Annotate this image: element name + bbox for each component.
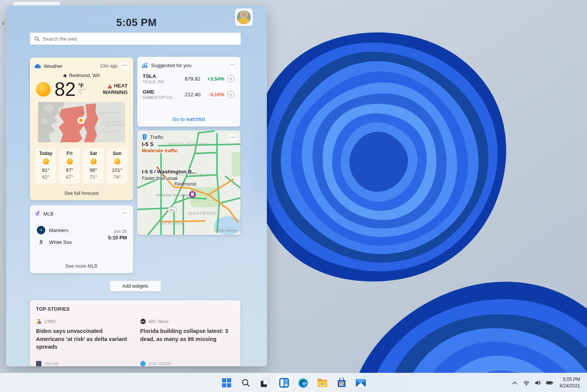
weather-widget[interactable]: Weather 10m ago Redmond, WA 82 °F °C xyxy=(30,58,133,200)
mariners-logo: ✦ xyxy=(37,226,45,234)
forecast-day-label: Sun xyxy=(107,151,128,156)
microsoft-store-button[interactable] xyxy=(334,375,349,390)
team-name: Mariners xyxy=(49,227,69,233)
start-button[interactable] xyxy=(219,375,234,390)
tray-chevron-up[interactable] xyxy=(510,378,520,388)
weather-updated: 10m ago xyxy=(100,63,118,69)
go-to-watchlist-link[interactable]: Go to watchlist xyxy=(137,116,240,122)
stock-symbol: TSLA xyxy=(143,73,179,79)
widgets-panel: 5:05 PM Weather 10m ago Redmond, WA xyxy=(6,5,267,366)
game-time: 5:10 PM xyxy=(108,235,127,240)
traffic-overlay: Traffic I-5 S Moderate traffic I-5 S / W… xyxy=(137,130,240,235)
top-stories-heading: TOP STORIES xyxy=(30,300,240,312)
stock-change: -3.16% xyxy=(201,92,224,97)
forecast-high: 101° xyxy=(107,167,128,173)
file-explorer-button[interactable] xyxy=(315,375,330,390)
weather-location-row: Redmond, WA xyxy=(30,73,133,78)
weather-title: Weather xyxy=(44,63,62,69)
add-to-watchlist-button[interactable]: + xyxy=(227,75,234,82)
abc-news-logo: abc xyxy=(140,319,146,324)
wifi-icon xyxy=(523,380,529,385)
game-date: Jun 25 xyxy=(108,229,127,234)
edge-button[interactable] xyxy=(296,375,311,390)
forecast-day-0[interactable]: Today 81° 62° xyxy=(35,148,57,184)
unit-divider xyxy=(78,89,86,90)
weather-location: Redmond, WA xyxy=(69,73,100,78)
forecast-low: 74° xyxy=(107,174,128,180)
unit-fahrenheit[interactable]: °F xyxy=(78,82,84,89)
stock-symbol: GME xyxy=(143,89,179,95)
news-feed: TOP STORIES CNBC Biden says unvaccinated… xyxy=(30,300,240,366)
stocks-chart-icon xyxy=(142,63,148,68)
stock-row-gme[interactable]: GME GAMESTOP CO... 212.40 -3.16% + xyxy=(137,86,240,101)
tray-clock[interactable]: 5:05 PM 6/24/2021 xyxy=(556,375,583,391)
windows-logo-icon xyxy=(222,378,232,388)
team-name: White Sox xyxy=(49,239,72,245)
forecast-day-label: Sat xyxy=(83,151,104,156)
task-view-button[interactable] xyxy=(257,375,273,390)
forecast-day-3[interactable]: Sun 101° 74° xyxy=(106,148,128,184)
forecast-high: 87° xyxy=(59,167,80,173)
forecast-day-2[interactable]: Sat 96° 71° xyxy=(82,148,104,184)
mail-button[interactable] xyxy=(353,375,368,390)
mlb-game-row[interactable]: ✦ Mariners S White Sox Jun 25 5:10 PM xyxy=(30,218,133,246)
unit-celsius[interactable]: °C xyxy=(78,91,82,95)
forecast-high: 96° xyxy=(83,167,104,173)
desktop: { "colors": { "accent_blue": "#0b66c3", … xyxy=(0,0,587,392)
search-button[interactable] xyxy=(238,375,253,390)
white-sox-logo: S xyxy=(37,238,45,246)
sun-icon xyxy=(43,158,49,165)
forecast-low: 67° xyxy=(59,174,80,180)
add-widgets-button[interactable]: Add widgets xyxy=(110,281,161,292)
news-source-label: The Hill xyxy=(44,361,58,366)
weather-menu-button[interactable] xyxy=(120,61,129,71)
home-icon xyxy=(63,74,67,78)
news-story-3[interactable]: The Hill xyxy=(36,361,130,366)
stock-price: 212.40 xyxy=(179,92,201,97)
news-headline: Biden says unvaccinated Americans 'at ri… xyxy=(36,327,130,351)
tray-wifi[interactable] xyxy=(521,378,531,388)
avatar xyxy=(237,10,251,24)
traffic-widget[interactable]: NORTH REDMOND EDUCATION HILL Redmond Red… xyxy=(137,130,240,235)
stock-row-tsla[interactable]: TSLA TESLA, INC. 679.82 +3.54% + xyxy=(137,70,240,86)
user-avatar-button[interactable] xyxy=(235,8,253,26)
weather-alert-map[interactable]: WASHINGTON xyxy=(38,102,125,142)
mlb-runner-icon xyxy=(35,211,41,217)
news-story-4[interactable]: USA TODAY xyxy=(140,361,235,366)
news-source-label: ABC News xyxy=(148,319,169,324)
sun-icon xyxy=(114,158,120,165)
mlb-widget[interactable]: MLB ✦ Mariners S White Sox Jun 25 5:10 P… xyxy=(30,205,133,273)
traffic-status: Moderate traffic xyxy=(142,148,237,153)
news-story-1[interactable]: CNBC Biden says unvaccinated Americans '… xyxy=(36,319,130,351)
tray-volume[interactable] xyxy=(533,378,543,388)
web-search-bar[interactable] xyxy=(30,33,241,45)
tray-date: 6/24/2021 xyxy=(560,383,580,389)
cnbc-logo xyxy=(36,319,42,324)
forecast-day-1[interactable]: Fri 87° 67° xyxy=(59,148,81,184)
news-headline: Florida building collapse latest: 3 dead… xyxy=(140,327,235,343)
stock-company: GAMESTOP CO... xyxy=(143,96,179,100)
battery-charging-icon xyxy=(546,380,553,385)
unit-toggle[interactable]: °F °C xyxy=(78,82,86,95)
mlb-title: MLB xyxy=(43,211,54,217)
search-input[interactable] xyxy=(43,36,237,42)
tray-battery[interactable] xyxy=(544,378,554,388)
add-to-watchlist-button[interactable]: + xyxy=(227,91,234,98)
news-source-label: USA TODAY xyxy=(148,361,172,366)
widgets-icon xyxy=(279,377,289,388)
see-more-mlb-link[interactable]: See more MLB xyxy=(30,264,133,269)
traffic-route-2: I-5 S / Washington B... xyxy=(142,169,237,175)
sun-icon xyxy=(36,82,51,97)
stocks-widget[interactable]: Suggested for you TSLA TESLA, INC. 679.8… xyxy=(137,57,240,127)
see-full-forecast-link[interactable]: See full forecast xyxy=(30,191,133,196)
forecast-high: 81° xyxy=(35,167,56,173)
forecast-row: Today 81° 62° Fri 87° 67° Sat 96° 71° Su… xyxy=(30,144,133,184)
stocks-menu-button[interactable] xyxy=(227,61,237,70)
tray-time: 5:05 PM xyxy=(560,376,580,383)
mlb-menu-button[interactable] xyxy=(120,209,129,218)
stock-change: +3.54% xyxy=(201,76,224,82)
widgets-button[interactable] xyxy=(276,375,292,390)
file-explorer-icon xyxy=(317,378,328,387)
traffic-menu-button[interactable] xyxy=(228,133,237,143)
news-story-2[interactable]: abc ABC News Florida building collapse l… xyxy=(140,319,235,351)
